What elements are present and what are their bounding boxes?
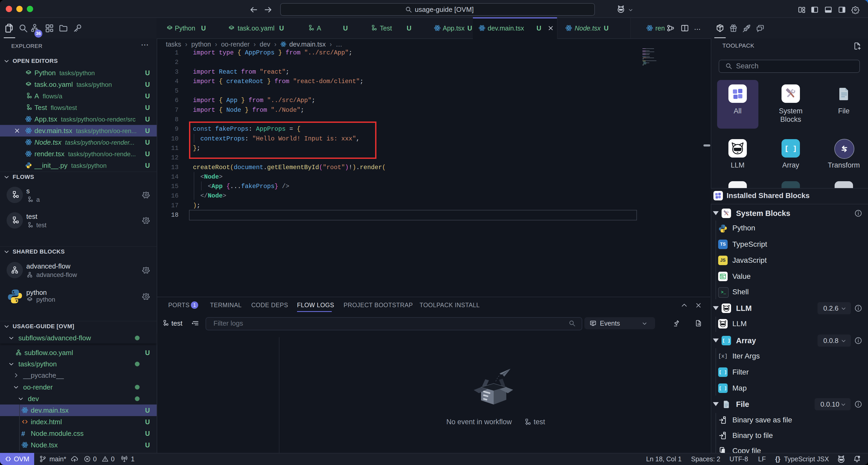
svg-text:[ ]: [ ] [785,145,797,153]
